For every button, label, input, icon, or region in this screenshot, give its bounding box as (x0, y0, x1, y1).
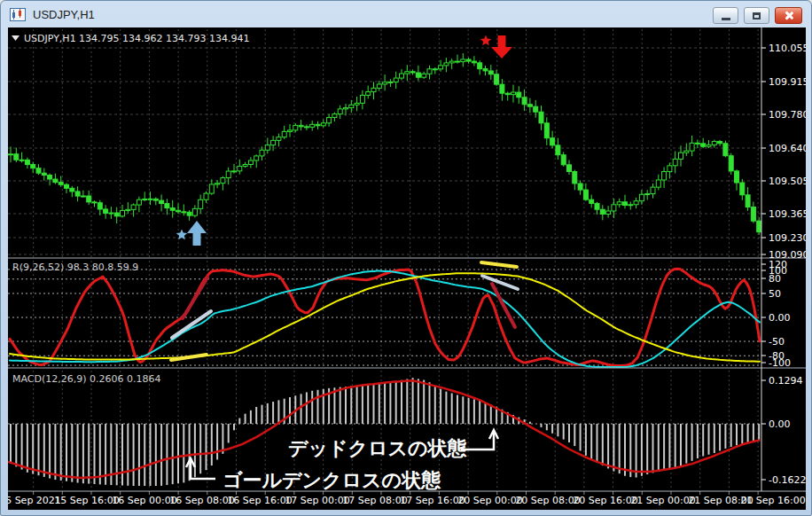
golden-cross-label: ゴールデンクロスの状態 (223, 469, 441, 491)
time-label: 20 Sep 08:00 (515, 495, 580, 506)
close-icon (784, 11, 793, 20)
axis-label: 50 (769, 288, 781, 300)
mt4-chart-window: USDJPY,H1 デッドクロスの状態ゴールデンクロスの状態110.055109… (0, 0, 812, 516)
chart-canvas[interactable]: デッドクロスの状態ゴールデンクロスの状態110.055109.915109.78… (8, 27, 806, 510)
rci-header: R(9,26,52) 98.3 80.8 59.9 (12, 262, 138, 273)
axis-label: 109.365 (769, 208, 806, 220)
dead-cross-label: デッドクロスの状態 (288, 437, 467, 459)
ohlc-header: USDJPY,H1 134.795 134.962 134.793 134.94… (24, 33, 250, 44)
axis-label: 109.640 (769, 143, 806, 154)
axis-label: 0.00 (769, 312, 791, 324)
window-title: USDJPY,H1 (33, 8, 95, 21)
restore-button[interactable] (744, 7, 769, 24)
time-label: 17 Sep 00:00 (285, 495, 349, 506)
axis-label: 110.055 (769, 43, 806, 54)
time-label: 21 Sep 00:00 (630, 495, 695, 506)
candlestick-chart-icon (10, 8, 26, 21)
axis-label: -50 (769, 336, 785, 348)
time-label: 16 Sep 00:00 (112, 495, 176, 506)
title-bar[interactable]: USDJPY,H1 (1, 1, 811, 27)
time-label: 20 Sep 16:00 (573, 495, 637, 506)
time-label: 15 Sep 16:00 (54, 495, 119, 506)
restore-icon (753, 12, 761, 20)
time-label: 17 Sep 16:00 (400, 495, 465, 506)
time-label: 17 Sep 08:00 (342, 495, 407, 506)
axis-label: -0.1622 (769, 474, 806, 486)
axis-label: 109.780 (769, 109, 806, 121)
chart-client-area: デッドクロスの状態ゴールデンクロスの状態110.055109.915109.78… (8, 27, 806, 510)
time-label: 15 Sep 2021 (8, 495, 61, 506)
axis-label: 109.915 (769, 76, 806, 88)
axis-label: 0.1294 (769, 375, 803, 387)
minimize-icon (722, 18, 730, 20)
time-label: 20 Sep 00:00 (457, 495, 522, 506)
axis-label: -100 (769, 357, 791, 369)
macd-header: MACD(12,26,9) 0.2606 0.1864 (12, 373, 161, 385)
axis-label: 109.505 (769, 176, 806, 187)
time-label: 21 Sep 16:00 (740, 495, 805, 506)
axis-label: 109.230 (769, 232, 806, 244)
minimize-button[interactable] (713, 7, 738, 24)
time-label: 16 Sep 16:00 (227, 495, 292, 506)
close-button[interactable] (775, 7, 802, 24)
axis-label: 0.00 (769, 418, 791, 430)
axis-label: 80 (769, 273, 781, 285)
time-axis: 15 Sep 202115 Sep 16:0016 Sep 00:0016 Se… (8, 495, 806, 506)
time-label: 16 Sep 08:00 (169, 495, 234, 506)
